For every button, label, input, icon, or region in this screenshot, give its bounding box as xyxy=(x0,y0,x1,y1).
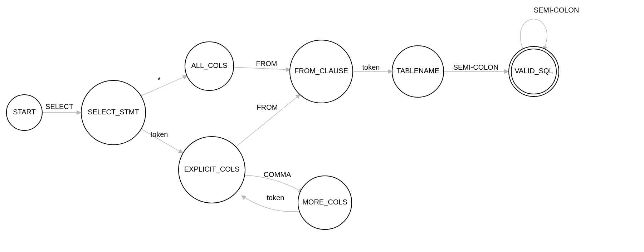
state-label: ALL_COLS xyxy=(191,61,227,70)
edge-label: FROM xyxy=(257,103,278,111)
state-valid-sql: VALID_SQL xyxy=(509,46,559,97)
state-label: EXPLICIT_COLS xyxy=(184,165,240,173)
edge-more-cols-explicit-cols: token xyxy=(242,194,301,212)
svg-line-4 xyxy=(236,95,300,147)
edge-label: SEMI-COLON xyxy=(453,63,499,71)
state-machine-diagram: SELECT * token FROM FROM COMMA token tok… xyxy=(0,0,644,252)
state-start: START xyxy=(6,95,42,130)
svg-line-1 xyxy=(140,76,187,97)
state-label: FROM_CLAUSE xyxy=(294,67,348,75)
state-label: TABLENAME xyxy=(396,67,439,75)
edge-select-stmt-explicit-cols: token xyxy=(140,128,182,153)
edge-label: token xyxy=(151,130,168,138)
edge-label: token xyxy=(267,194,284,202)
state-tablename: TABLENAME xyxy=(392,46,444,97)
state-label: MORE_COLS xyxy=(302,198,347,206)
edge-start-select-stmt: SELECT xyxy=(43,103,80,113)
edge-select-stmt-all-cols: * xyxy=(140,76,187,97)
state-label: START xyxy=(13,108,36,116)
edge-label: * xyxy=(158,76,161,84)
state-label: VALID_SQL xyxy=(514,67,553,75)
edge-label: FROM xyxy=(256,60,277,68)
edge-all-cols-from-clause: FROM xyxy=(234,60,290,70)
edge-tablename-valid-sql: SEMI-COLON xyxy=(444,63,508,71)
state-label: SELECT_STMT xyxy=(88,108,139,116)
state-more-cols: MORE_COLS xyxy=(298,176,352,229)
edge-label: SEMI-COLON xyxy=(534,6,579,14)
state-select-stmt: SELECT_STMT xyxy=(81,80,146,145)
edge-valid-sql-self-loop: SEMI-COLON xyxy=(520,6,579,50)
state-all-cols: ALL_COLS xyxy=(185,42,234,90)
edge-label: token xyxy=(362,63,380,71)
edge-explicit-cols-more-cols: COMMA xyxy=(245,171,302,192)
edge-label: SELECT xyxy=(45,103,73,110)
edge-label: COMMA xyxy=(264,171,291,178)
state-explicit-cols: EXPLICIT_COLS xyxy=(179,137,245,203)
edge-from-clause-tablename: token xyxy=(353,63,392,71)
edge-explicit-cols-from-clause: FROM xyxy=(236,95,300,147)
state-from-clause: FROM_CLAUSE xyxy=(290,40,353,103)
